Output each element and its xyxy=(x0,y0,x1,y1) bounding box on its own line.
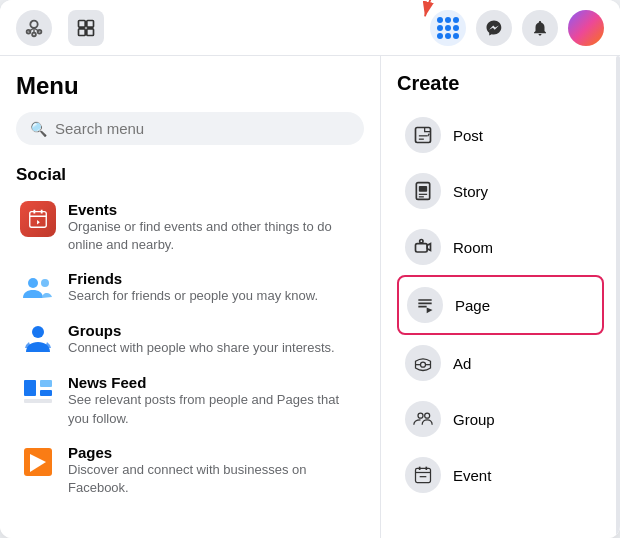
svg-rect-42 xyxy=(416,468,431,482)
events-desc: Organise or find events and other things… xyxy=(68,218,360,254)
svg-point-40 xyxy=(418,413,423,418)
svg-rect-8 xyxy=(87,20,94,27)
content-area: Menu 🔍 Social xyxy=(0,56,620,538)
create-item-ad[interactable]: Ad xyxy=(397,335,604,391)
event-icon xyxy=(405,457,441,493)
svg-point-17 xyxy=(28,278,38,288)
create-item-event[interactable]: Event xyxy=(397,447,604,503)
room-icon xyxy=(405,229,441,265)
svg-rect-21 xyxy=(40,380,52,387)
svg-point-37 xyxy=(421,362,426,367)
friends-title: Friends xyxy=(68,270,318,287)
logo-icon[interactable] xyxy=(16,10,52,46)
create-event-label: Event xyxy=(453,467,491,484)
create-item-room[interactable]: Room xyxy=(397,219,604,275)
menu-item-friends[interactable]: Friends Search for friends or people you… xyxy=(16,262,364,314)
groups-icon xyxy=(20,322,56,358)
newsfeed-icon xyxy=(20,374,56,410)
groups-text: Groups Connect with people who share you… xyxy=(68,322,335,357)
svg-rect-33 xyxy=(416,244,428,252)
newsfeed-text: News Feed See relevant posts from people… xyxy=(68,374,360,427)
menu-title: Menu xyxy=(16,72,364,100)
svg-rect-7 xyxy=(79,20,86,27)
svg-rect-30 xyxy=(419,186,427,192)
search-icon: 🔍 xyxy=(30,121,47,137)
svg-marker-16 xyxy=(37,220,40,225)
square-app-icon[interactable] xyxy=(68,10,104,46)
svg-point-3 xyxy=(32,32,36,36)
section-social-title: Social xyxy=(16,165,364,185)
grid-icon xyxy=(437,17,459,39)
messenger-button[interactable] xyxy=(476,10,512,46)
create-room-label: Room xyxy=(453,239,493,256)
svg-rect-10 xyxy=(87,28,94,35)
search-bar[interactable]: 🔍 xyxy=(16,112,364,145)
svg-point-41 xyxy=(425,413,430,418)
friends-icon xyxy=(20,270,56,306)
svg-rect-9 xyxy=(79,28,86,35)
post-icon xyxy=(405,117,441,153)
search-input[interactable] xyxy=(55,120,350,137)
apps-grid-button[interactable] xyxy=(430,10,466,46)
svg-marker-36 xyxy=(427,308,433,314)
pages-desc: Discover and connect with businesses on … xyxy=(68,461,360,497)
pages-title: Pages xyxy=(68,444,360,461)
menu-item-newsfeed[interactable]: News Feed See relevant posts from people… xyxy=(16,366,364,435)
svg-rect-12 xyxy=(30,212,47,228)
create-item-page[interactable]: Page xyxy=(397,275,604,335)
friends-desc: Search for friends or people you may kno… xyxy=(68,287,318,305)
create-ad-label: Ad xyxy=(453,355,471,372)
svg-point-19 xyxy=(32,326,44,338)
menu-item-events[interactable]: Events Organise or find events and other… xyxy=(16,193,364,262)
user-avatar[interactable] xyxy=(568,10,604,46)
events-icon xyxy=(20,201,56,237)
create-group-label: Group xyxy=(453,411,495,428)
right-panel: Create Post xyxy=(380,56,620,538)
newsfeed-desc: See relevant posts from people and Pages… xyxy=(68,391,360,427)
group-icon xyxy=(405,401,441,437)
ad-icon xyxy=(405,345,441,381)
pages-icon xyxy=(20,444,56,480)
create-item-group[interactable]: Group xyxy=(397,391,604,447)
create-item-story[interactable]: Story xyxy=(397,163,604,219)
svg-point-18 xyxy=(41,279,49,287)
create-title: Create xyxy=(397,72,604,95)
page-icon xyxy=(407,287,443,323)
svg-rect-22 xyxy=(40,390,52,396)
create-story-label: Story xyxy=(453,183,488,200)
newsfeed-title: News Feed xyxy=(68,374,360,391)
left-panel: Menu 🔍 Social xyxy=(0,56,380,538)
pages-text: Pages Discover and connect with business… xyxy=(68,444,360,497)
events-text: Events Organise or find events and other… xyxy=(68,201,360,254)
svg-rect-23 xyxy=(24,399,52,403)
app-window: Menu 🔍 Social xyxy=(0,0,620,538)
create-page-label: Page xyxy=(455,297,490,314)
groups-desc: Connect with people who share your inter… xyxy=(68,339,335,357)
top-bar-left xyxy=(16,10,104,46)
events-title: Events xyxy=(68,201,360,218)
svg-point-34 xyxy=(420,240,423,243)
menu-item-pages[interactable]: Pages Discover and connect with business… xyxy=(16,436,364,505)
top-bar-right xyxy=(430,10,604,46)
create-item-post[interactable]: Post xyxy=(397,107,604,163)
groups-title: Groups xyxy=(68,322,335,339)
create-post-label: Post xyxy=(453,127,483,144)
story-icon xyxy=(405,173,441,209)
svg-point-0 xyxy=(30,20,37,27)
friends-text: Friends Search for friends or people you… xyxy=(68,270,318,305)
svg-rect-20 xyxy=(24,380,36,396)
top-bar xyxy=(0,0,620,56)
menu-item-groups[interactable]: Groups Connect with people who share you… xyxy=(16,314,364,366)
notifications-button[interactable] xyxy=(522,10,558,46)
